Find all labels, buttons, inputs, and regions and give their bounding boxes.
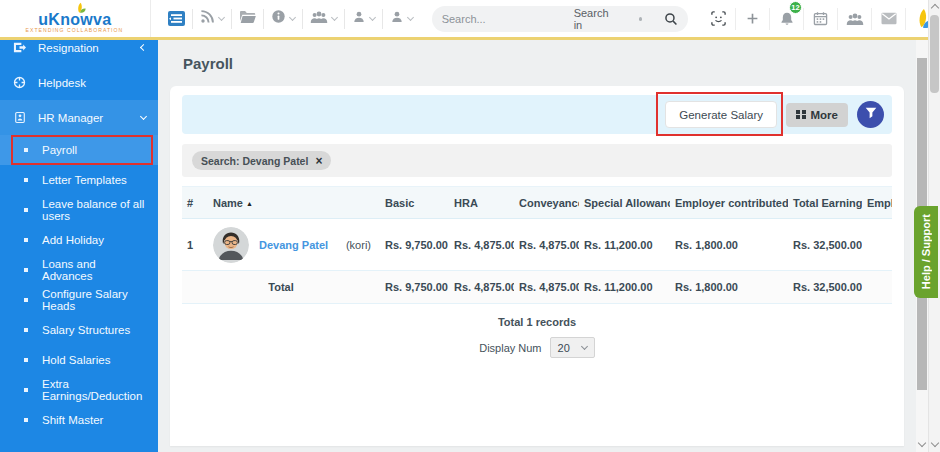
search-scope-selector[interactable]: Search in (574, 7, 611, 31)
calendar-icon[interactable] (804, 8, 838, 30)
chevron-down-icon (289, 13, 296, 20)
employee-avatar (213, 227, 249, 263)
help-support-tab[interactable]: Help / Support (914, 206, 938, 298)
sidebar-item-label: Leave balance of all users (42, 198, 146, 222)
search-input[interactable] (442, 13, 560, 25)
chevron-down-icon (218, 13, 225, 20)
sidebar-item-add-holiday[interactable]: Add Holiday (0, 225, 158, 255)
sidebar-item-extra-earnings[interactable]: Extra Earnings/Deduction (0, 375, 158, 405)
scrollbar-thumb[interactable] (930, 15, 939, 93)
cell-conveyance: Rs. 4,875.00 (514, 219, 579, 271)
bullet-icon (24, 298, 28, 302)
sidebar-item-helpdesk[interactable]: Helpdesk (0, 65, 158, 100)
cell-employer-pf: Rs. 1,800.00 (670, 219, 788, 271)
rss-icon (200, 9, 215, 28)
sidebar-item-label: Hold Salaries (42, 354, 110, 366)
plus-icon[interactable] (736, 8, 770, 30)
col-name[interactable]: Name▲ (208, 187, 380, 219)
col-special-allowance[interactable]: Special Allowance (579, 187, 670, 219)
search-icon[interactable] (664, 12, 678, 26)
sidebar-item-resignation[interactable]: Resignation (0, 40, 158, 65)
chevron-down-icon (581, 342, 588, 349)
more-button[interactable]: More (786, 103, 848, 127)
sidebar-item-hr-manager[interactable]: HR Manager (0, 100, 158, 135)
payroll-table: # Name▲ Basic HRA Conveyance Special All… (182, 186, 892, 304)
stream-menu-icon[interactable] (161, 9, 193, 29)
folder-menu[interactable] (232, 9, 264, 29)
toolbar (151, 0, 420, 37)
sidebar-item-payroll[interactable]: Payroll (0, 135, 158, 165)
user-menu-1[interactable] (345, 9, 383, 29)
col-total-earnings[interactable]: Total Earnings (788, 187, 862, 219)
cell-total-earnings: Rs. 32,500.00 (788, 219, 862, 271)
cell-special-allowance: Rs. 11,200.00 (579, 219, 670, 271)
sidebar-item-leave-balance[interactable]: Leave balance of all users (0, 195, 158, 225)
header-actions: 12 (702, 0, 940, 37)
col-hra[interactable]: HRA (449, 187, 514, 219)
chevron-left-icon[interactable] (140, 44, 147, 51)
bullet-icon (24, 268, 28, 272)
col-basic[interactable]: Basic (380, 187, 449, 219)
employee-name-link[interactable]: Devang Patel (259, 239, 328, 251)
funnel-icon (865, 107, 877, 122)
cell-employee-pf (862, 219, 892, 271)
sidebar-item-hold-salaries[interactable]: Hold Salaries (0, 345, 158, 375)
cell-num: 1 (182, 219, 208, 271)
col-num[interactable]: # (182, 187, 208, 219)
bullet-icon (24, 328, 28, 332)
sidebar-item-letter-templates[interactable]: Letter Templates (0, 165, 158, 195)
sidebar-item-loans-advances[interactable]: Loans and Advances (0, 255, 158, 285)
bullet-icon (24, 148, 28, 152)
col-employer-pf[interactable]: Employer contributed PF (670, 187, 788, 219)
mail-icon[interactable] (872, 8, 906, 30)
payroll-table-wrap: # Name▲ Basic HRA Conveyance Special All… (182, 186, 892, 304)
generate-salary-button[interactable]: Generate Salary (665, 101, 777, 128)
main-content: Payroll Generate Salary More Search: Dev… (158, 40, 916, 452)
resignation-icon (12, 41, 27, 54)
total-basic: Rs. 9,750.00 (380, 271, 449, 304)
cell-hra: Rs. 4,875.00 (449, 219, 514, 271)
filter-button[interactable] (857, 101, 884, 128)
remove-filter-icon[interactable]: × (315, 155, 322, 167)
brand-leaf-icon (72, 0, 88, 18)
sidebar-item-label: Shift Master (42, 414, 103, 426)
records-count: Total 1 records (182, 316, 892, 328)
sidebar-item-shift-master[interactable]: Shift Master (0, 405, 158, 435)
sidebar-item-label: Payroll (42, 144, 77, 156)
col-conveyance[interactable]: Conveyance (514, 187, 579, 219)
display-num-select[interactable]: 20 (550, 337, 595, 358)
scope-selector-icon[interactable] (639, 17, 642, 21)
brand-logo: uKnowva EXTENDING COLLABORATION (0, 0, 151, 37)
info-icon (271, 9, 286, 28)
face-scan-icon[interactable] (702, 8, 736, 30)
sidebar-item-configure-salary-heads[interactable]: Configure Salary Heads (0, 285, 158, 315)
action-bar: Generate Salary More (182, 95, 892, 134)
hr-manager-icon (12, 111, 27, 124)
total-conveyance: Rs. 4,875.00 (514, 271, 579, 304)
brand-tagline: EXTENDING COLLABORATION (26, 27, 124, 32)
scroll-up-icon[interactable] (931, 4, 939, 12)
sidebar-item-label: Loans and Advances (42, 258, 146, 282)
sidebar-item-label: Configure Salary Heads (42, 288, 146, 312)
cell-basic: Rs. 9,750.00 (380, 219, 449, 271)
bullet-icon (24, 358, 28, 362)
active-filters-bar: Search: Devang Patel × (182, 144, 892, 177)
groups-icon (310, 10, 328, 28)
user-menu-2[interactable] (383, 9, 420, 29)
feed-menu[interactable] (193, 9, 232, 29)
scroll-down-icon[interactable] (918, 439, 926, 447)
total-employer-pf: Rs. 1,800.00 (670, 271, 788, 304)
scroll-down-icon[interactable] (931, 439, 939, 447)
total-employee-pf (862, 271, 892, 304)
table-header-row: # Name▲ Basic HRA Conveyance Special All… (182, 187, 892, 219)
filter-tag: Search: Devang Patel × (192, 151, 331, 170)
chevron-down-icon[interactable] (140, 112, 147, 119)
col-employee-pf[interactable]: Employee contributed PF (862, 187, 892, 219)
groups-menu[interactable] (303, 9, 345, 29)
sidebar-item-salary-structures[interactable]: Salary Structures (0, 315, 158, 345)
total-earnings: Rs. 32,500.00 (788, 271, 862, 304)
grid-icon (796, 110, 806, 120)
bell-icon[interactable]: 12 (770, 8, 804, 30)
team-icon[interactable] (838, 8, 872, 30)
info-menu[interactable] (264, 9, 303, 29)
